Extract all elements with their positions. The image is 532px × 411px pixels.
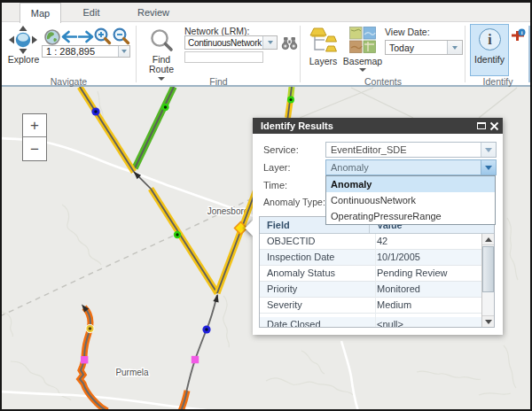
- town-label-purmela: Purmela: [115, 368, 149, 377]
- table-row[interactable]: Priority Monitored: [260, 282, 494, 298]
- close-icon[interactable]: [489, 121, 499, 131]
- find-route-label-line2[interactable]: Route: [141, 64, 182, 74]
- find-route-icon[interactable]: [149, 27, 175, 53]
- column-divider: [375, 234, 376, 327]
- town-label-jonesboro: Jonesboro: [207, 206, 249, 216]
- group-separator: [136, 26, 137, 82]
- basemap-button-label[interactable]: Basemap: [342, 56, 383, 66]
- map-scale-value: 1 : 288,895: [46, 46, 113, 57]
- dropdown-option-anomaly[interactable]: Anomaly: [326, 176, 495, 192]
- map-scale-combobox[interactable]: 1 : 288,895: [42, 45, 130, 58]
- scroll-up-icon[interactable]: [482, 234, 494, 245]
- minor-roads: [300, 88, 517, 118]
- group-separator: [465, 26, 466, 82]
- map-scale-dropdown-button[interactable]: [118, 46, 129, 57]
- identify-button[interactable]: i Identify: [470, 24, 509, 76]
- layer-dropdown-button[interactable]: [481, 160, 496, 174]
- identify-route-location-icon[interactable]: i: [510, 28, 527, 44]
- table-row[interactable]: Severity Medium: [260, 298, 494, 314]
- time-label: Time:: [263, 180, 287, 190]
- panel-title: Identify Results: [261, 120, 333, 131]
- pink-point-marker[interactable]: [81, 356, 88, 363]
- ribbon: Map Edit Review Explore: [2, 3, 530, 87]
- layers-icon[interactable]: [309, 27, 338, 56]
- layer-combobox[interactable]: Anomaly: [325, 159, 497, 175]
- application-window: Map Edit Review Explore: [0, 0, 532, 411]
- table-row[interactable]: Date Closed <null>: [260, 317, 494, 328]
- zoom-in-button[interactable]: +: [23, 114, 46, 137]
- table-row[interactable]: Inspection Date 10/1/2005: [260, 250, 494, 266]
- view-date-combobox[interactable]: Today: [385, 40, 463, 55]
- scroll-down-icon[interactable]: [482, 315, 494, 327]
- layer-value: Anomaly: [331, 160, 480, 174]
- dropdown-option-operatingpressurerange[interactable]: OperatingPressureRange: [326, 208, 495, 224]
- view-date-value: Today: [389, 41, 447, 54]
- anomaly-type-label: Anomaly Type:: [263, 197, 325, 207]
- maximize-icon[interactable]: [477, 122, 486, 129]
- service-label: Service:: [263, 144, 299, 155]
- attributes-table: Field Value OBJECTID 42 Inspection Date …: [259, 216, 495, 328]
- group-label-identify: Identify: [466, 76, 530, 87]
- dropdown-option-continuousnetwork[interactable]: ContinuousNetwork: [326, 192, 495, 208]
- ribbon-toolbar: Explore 1 : 288: [2, 22, 530, 87]
- view-date-dropdown-button[interactable]: [447, 41, 462, 54]
- group-separator: [300, 26, 301, 82]
- network-dropdown-button[interactable]: [262, 36, 277, 49]
- group-label-contents: Contents: [301, 76, 466, 87]
- pink-point-marker[interactable]: [192, 356, 199, 363]
- tab-edit[interactable]: Edit: [70, 3, 113, 22]
- ribbon-right-edge: [528, 26, 530, 82]
- table-row[interactable]: Anomaly Status Pending Review: [260, 266, 494, 282]
- service-dropdown-button[interactable]: [481, 143, 496, 157]
- explore-button-label[interactable]: Explore: [3, 54, 44, 65]
- binoculars-icon[interactable]: [281, 36, 298, 50]
- ribbon-tab-bar: Map Edit Review: [2, 3, 530, 22]
- panel-title-bar[interactable]: Identify Results: [253, 118, 503, 134]
- basemap-icon[interactable]: [349, 27, 376, 53]
- group-label-find: Find: [137, 76, 301, 87]
- layer-label: Layer:: [263, 162, 291, 173]
- panel-body: Service: EventEditor_SDE Layer: Anomaly …: [253, 134, 503, 335]
- identify-results-window: Identify Results Service: EventEditor_SD…: [253, 118, 503, 335]
- tab-review[interactable]: Review: [129, 3, 178, 22]
- identify-info-icon: i: [479, 28, 501, 50]
- zoom-out-button[interactable]: −: [23, 138, 46, 161]
- route-input-field[interactable]: [184, 51, 263, 63]
- map-view[interactable]: Jonesboro Purmela: [2, 87, 530, 409]
- zoom-in-icon[interactable]: [93, 27, 112, 46]
- table-header-field: Field: [267, 217, 290, 234]
- explore-icon[interactable]: [6, 24, 40, 56]
- scrollbar-thumb[interactable]: [482, 246, 494, 292]
- service-value: EventEditor_SDE: [331, 143, 480, 157]
- basemap-dropdown-caret[interactable]: [359, 68, 366, 72]
- table-row[interactable]: OBJECTID 42: [260, 234, 494, 250]
- group-label-navigate: Navigate: [2, 76, 136, 87]
- layer-dropdown-list: Anomaly ContinuousNetwork OperatingPress…: [325, 175, 496, 225]
- network-value: ContinuousNetwork: [188, 36, 262, 49]
- zoom-out-icon[interactable]: [112, 27, 130, 46]
- service-combobox[interactable]: EventEditor_SDE: [325, 142, 497, 158]
- map-zoom-control: + −: [22, 113, 47, 161]
- view-date-label: View Date:: [385, 27, 430, 37]
- network-combobox[interactable]: ContinuousNetwork: [184, 35, 278, 50]
- full-extent-globe-icon[interactable]: [44, 29, 60, 45]
- layers-button-label[interactable]: Layers: [303, 56, 343, 66]
- previous-extent-icon[interactable]: [60, 30, 77, 43]
- table-scrollbar[interactable]: [481, 234, 494, 327]
- tab-map[interactable]: Map: [20, 3, 61, 23]
- identify-button-label: Identify: [471, 54, 508, 65]
